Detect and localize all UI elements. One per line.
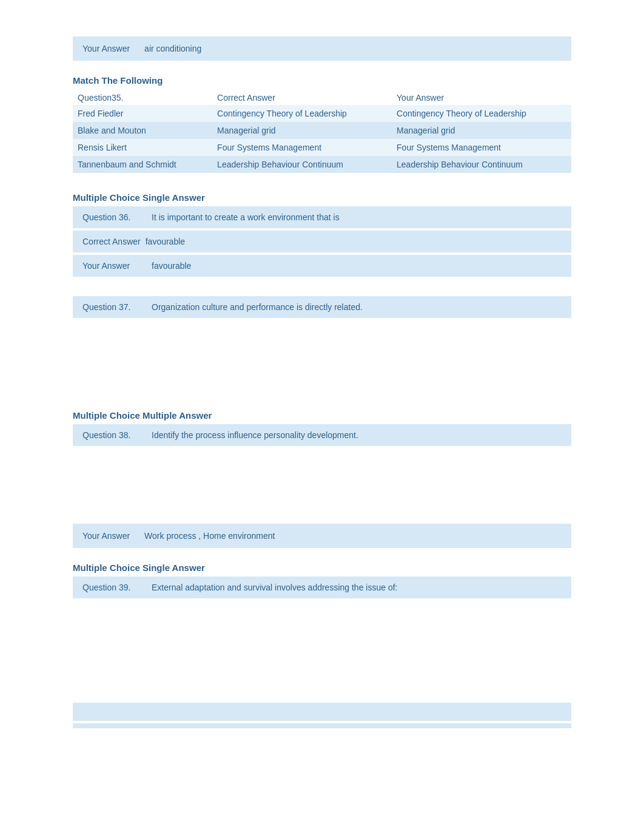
q36-num: Question 36. bbox=[82, 212, 137, 222]
q37-num: Question 37. bbox=[82, 302, 137, 312]
match-table: Question35. Correct Answer Your Answer F… bbox=[73, 89, 571, 173]
table-row: Tannenbaum and SchmidtLeadership Behavio… bbox=[73, 156, 571, 173]
match-cell-correct: Leadership Behaviour Continuum bbox=[212, 156, 392, 173]
match-col-question: Question35. bbox=[73, 89, 212, 105]
top-answer-value: air conditioning bbox=[144, 44, 201, 53]
q38-text: Identify the process influence personali… bbox=[152, 430, 358, 440]
match-cell-correct: Four Systems Management bbox=[212, 139, 392, 156]
q39-question-row: Question 39. External adaptation and sur… bbox=[73, 576, 571, 598]
match-cell-yours: Contingency Theory of Leadership bbox=[392, 105, 571, 122]
table-row: Rensis LikertFour Systems ManagementFour… bbox=[73, 139, 571, 156]
q36-section-title: Multiple Choice Single Answer bbox=[73, 192, 571, 203]
q38-num: Question 38. bbox=[82, 430, 137, 440]
match-cell-yours: Managerial grid bbox=[392, 122, 571, 139]
match-cell-correct: Contingency Theory of Leadership bbox=[212, 105, 392, 122]
q36-text: It is important to create a work environ… bbox=[152, 212, 340, 222]
table-row: Fred FiedlerContingency Theory of Leader… bbox=[73, 105, 571, 122]
q36-your-answer-row: Your Answer favourable bbox=[73, 255, 571, 277]
match-col-yours: Your Answer bbox=[392, 89, 571, 105]
q38-your-value: Work process , Home environment bbox=[144, 531, 275, 541]
match-cell-question: Blake and Mouton bbox=[73, 122, 212, 139]
match-col-correct: Correct Answer bbox=[212, 89, 392, 105]
q37-text: Organization culture and performance is … bbox=[152, 302, 363, 312]
bottom-bar-2 bbox=[73, 723, 571, 728]
match-cell-yours: Leadership Behaviour Continuum bbox=[392, 156, 571, 173]
match-cell-yours: Four Systems Management bbox=[392, 139, 571, 156]
q38-answer-row: Your Answer Work process , Home environm… bbox=[73, 524, 571, 548]
q36-section: Multiple Choice Single Answer Question 3… bbox=[73, 192, 571, 277]
q38-spacer bbox=[73, 463, 571, 524]
q39-section-title: Multiple Choice Single Answer bbox=[73, 563, 571, 573]
q36-question-row: Question 36. It is important to create a… bbox=[73, 206, 571, 228]
q39-section: Multiple Choice Single Answer Question 3… bbox=[73, 563, 571, 598]
match-cell-question: Fred Fiedler bbox=[73, 105, 212, 122]
q37-section: Question 37. Organization culture and pe… bbox=[73, 296, 571, 318]
q36-correct-label: Correct Answer bbox=[82, 237, 141, 246]
q38-section-title: Multiple Choice Multiple Answer bbox=[73, 410, 571, 421]
q39-num: Question 39. bbox=[82, 583, 137, 592]
match-section-title: Match The Following bbox=[73, 75, 571, 86]
top-your-answer-label: Your Answer bbox=[82, 44, 130, 53]
match-cell-question: Rensis Likert bbox=[73, 139, 212, 156]
top-answer-row: Your Answer air conditioning bbox=[73, 36, 571, 61]
match-cell-question: Tannenbaum and Schmidt bbox=[73, 156, 212, 173]
q38-question-row: Question 38. Identify the process influe… bbox=[73, 424, 571, 446]
bottom-bar bbox=[73, 703, 571, 721]
q36-correct-row: Correct Answer favourable bbox=[73, 231, 571, 252]
q39-spacer bbox=[73, 618, 571, 691]
match-section: Match The Following Question35. Correct … bbox=[73, 75, 571, 173]
q37-question-row: Question 37. Organization culture and pe… bbox=[73, 296, 571, 318]
q36-correct-value: favourable bbox=[146, 237, 185, 246]
q36-your-value: favourable bbox=[152, 261, 191, 271]
q39-text: External adaptation and survival involve… bbox=[152, 583, 397, 592]
q38-section: Multiple Choice Multiple Answer Question… bbox=[73, 410, 571, 446]
q37-spacer bbox=[73, 337, 571, 410]
table-row: Blake and MoutonManagerial gridManageria… bbox=[73, 122, 571, 139]
match-cell-correct: Managerial grid bbox=[212, 122, 392, 139]
q36-your-label: Your Answer bbox=[82, 261, 137, 271]
q38-your-label: Your Answer bbox=[82, 531, 130, 541]
